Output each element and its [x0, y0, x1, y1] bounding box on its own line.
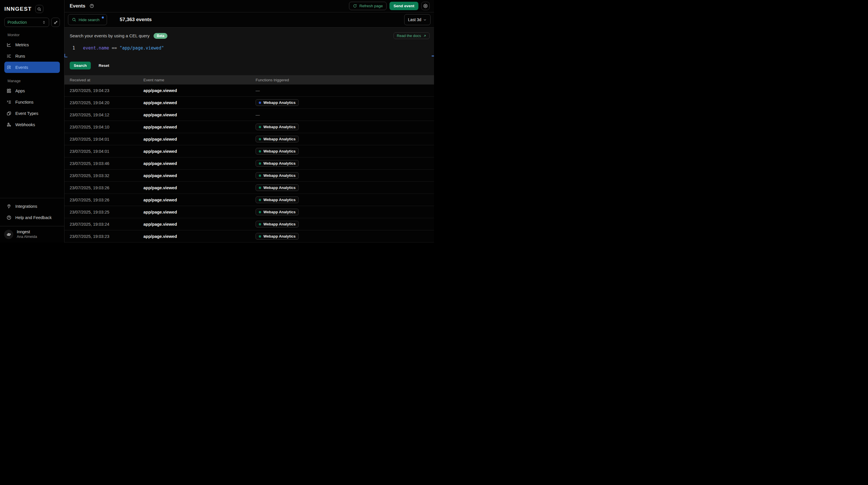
- search-button[interactable]: Search: [70, 62, 91, 69]
- table-row[interactable]: 23/07/2025, 19:04:10app/page.viewedWebap…: [64, 121, 434, 133]
- table-row[interactable]: 23/07/2025, 19:03:46app/page.viewedWebap…: [64, 158, 434, 170]
- editor-resize-handle-left[interactable]: [64, 54, 67, 57]
- code-operator: ==: [112, 46, 117, 51]
- received-at-cell: 23/07/2025, 19:04:01: [70, 137, 144, 142]
- sidebar-item-metrics[interactable]: Metrics: [4, 39, 60, 50]
- reset-button[interactable]: Reset: [99, 63, 109, 68]
- received-at-cell: 23/07/2025, 19:03:25: [70, 210, 144, 215]
- cel-query-editor[interactable]: 1 event.name == "app/page.viewed": [70, 46, 430, 59]
- functions-triggered-cell: Webapp Analytics: [256, 184, 434, 191]
- event-name-cell: app/page.viewed: [144, 186, 256, 190]
- sidebar-item-help-and-feedback[interactable]: Help and Feedback: [4, 212, 60, 223]
- refresh-page-button[interactable]: Refresh page: [349, 2, 386, 10]
- table-header: Received atEvent nameFunctions triggered: [64, 75, 434, 85]
- main-content: Events Refresh page Send event: [64, 0, 434, 242]
- sidebar-item-event-types[interactable]: Event Types: [4, 108, 60, 119]
- function-badge[interactable]: Webapp Analytics: [256, 184, 299, 191]
- no-functions-dash: —: [256, 88, 260, 93]
- apps-grid-icon: [6, 88, 11, 93]
- functions-triggered-cell: Webapp Analytics: [256, 123, 434, 130]
- table-row[interactable]: 23/07/2025, 19:03:26app/page.viewedWebap…: [64, 182, 434, 194]
- status-dot: [259, 162, 261, 165]
- environment-selector[interactable]: Production: [4, 18, 49, 27]
- received-at-cell: 23/07/2025, 19:04:20: [70, 101, 144, 105]
- chevron-down-icon: [423, 18, 427, 22]
- sidebar-item-functions[interactable]: Functions: [4, 96, 60, 108]
- sidebar-item-apps[interactable]: Apps: [4, 85, 60, 96]
- function-name: Webapp Analytics: [264, 210, 296, 214]
- table-row[interactable]: 23/07/2025, 19:03:25app/page.viewedWebap…: [64, 206, 434, 218]
- help-circle-icon[interactable]: [89, 3, 94, 8]
- function-badge[interactable]: Webapp Analytics: [256, 197, 299, 203]
- key-icon: [54, 20, 58, 25]
- received-at-cell: 23/07/2025, 19:03:26: [70, 186, 144, 190]
- function-badge[interactable]: Webapp Analytics: [256, 136, 299, 142]
- function-name: Webapp Analytics: [264, 173, 296, 178]
- editor-resize-handle-right[interactable]: [432, 56, 434, 56]
- table-row[interactable]: 23/07/2025, 19:03:26app/page.viewedWebap…: [64, 194, 434, 206]
- editor-line-number: 1: [70, 46, 78, 59]
- arrow-up-right-icon: [423, 34, 427, 38]
- function-badge[interactable]: Webapp Analytics: [256, 160, 299, 167]
- functions-triggered-cell: Webapp Analytics: [256, 136, 434, 142]
- table-row[interactable]: 23/07/2025, 19:04:01app/page.viewedWebap…: [64, 133, 434, 145]
- environment-name: Production: [7, 20, 27, 25]
- search-icon: [37, 7, 41, 11]
- table-row[interactable]: 23/07/2025, 19:03:32app/page.viewedWebap…: [64, 170, 434, 182]
- sidebar-item-integrations[interactable]: Integrations: [4, 201, 60, 212]
- event-name-cell: app/page.viewed: [144, 125, 256, 130]
- status-dot: [259, 174, 261, 177]
- event-name-cell: app/page.viewed: [144, 149, 256, 154]
- table-row[interactable]: 23/07/2025, 19:04:01app/page.viewedWebap…: [64, 145, 434, 158]
- received-at-cell: 23/07/2025, 19:04:23: [70, 88, 144, 93]
- column-header: Functions triggered: [256, 78, 434, 82]
- function-name: Webapp Analytics: [264, 161, 296, 166]
- event-name-cell: app/page.viewed: [144, 198, 256, 202]
- webhooks-icon: [6, 122, 11, 127]
- function-badge[interactable]: Webapp Analytics: [256, 233, 299, 239]
- table-row[interactable]: 23/07/2025, 19:03:23app/page.viewedWebap…: [64, 230, 434, 242]
- hide-search-button[interactable]: Hide search: [68, 14, 107, 25]
- event-keys-button[interactable]: [51, 18, 60, 27]
- time-range-value: Last 3d: [408, 17, 421, 22]
- table-row[interactable]: 23/07/2025, 19:04:12app/page.viewed—: [64, 109, 434, 121]
- send-event-button[interactable]: Send event: [390, 2, 418, 10]
- function-name: Webapp Analytics: [264, 186, 296, 190]
- read-docs-button[interactable]: Read the docs: [394, 32, 430, 39]
- event-search-icon: [6, 65, 11, 70]
- metrics-chart-icon: [6, 42, 11, 48]
- time-range-selector[interactable]: Last 3d: [404, 14, 431, 25]
- settings-button[interactable]: [421, 2, 430, 10]
- notification-dot: [102, 17, 104, 19]
- event-name-cell: app/page.viewed: [144, 173, 256, 178]
- profile[interactable]: Inngest Ana Almeida: [0, 226, 64, 242]
- read-docs-label: Read the docs: [397, 34, 421, 38]
- sidebar-item-label: Integrations: [15, 204, 37, 209]
- table-row[interactable]: 23/07/2025, 19:04:23app/page.viewed—: [64, 85, 434, 97]
- table-row[interactable]: 23/07/2025, 19:04:20app/page.viewedWebap…: [64, 97, 434, 109]
- query-panel-title: Search your events by using a CEL query: [70, 33, 150, 38]
- code-string: "app/page.viewed": [119, 46, 164, 51]
- event-name-cell: app/page.viewed: [144, 234, 256, 239]
- function-name: Webapp Analytics: [264, 125, 296, 129]
- sidebar-item-label: Runs: [15, 54, 25, 58]
- function-badge[interactable]: Webapp Analytics: [256, 209, 299, 215]
- function-badge[interactable]: Webapp Analytics: [256, 221, 299, 227]
- received-at-cell: 23/07/2025, 19:03:23: [70, 234, 144, 239]
- sidebar-item-runs[interactable]: Runs: [4, 50, 60, 62]
- sidebar-search-button[interactable]: [35, 5, 43, 13]
- function-badge[interactable]: Webapp Analytics: [256, 99, 299, 106]
- sidebar-item-webhooks[interactable]: Webhooks: [4, 119, 60, 130]
- table-body: 23/07/2025, 19:04:23app/page.viewed—23/0…: [64, 85, 434, 242]
- cel-query-code: event.name == "app/page.viewed": [78, 46, 164, 59]
- function-badge[interactable]: Webapp Analytics: [256, 172, 299, 179]
- status-dot: [259, 150, 261, 152]
- table-row[interactable]: 23/07/2025, 19:03:24app/page.viewedWebap…: [64, 218, 434, 230]
- inngest-mark-icon: [6, 232, 11, 237]
- function-badge[interactable]: Webapp Analytics: [256, 123, 299, 130]
- integrations-plug-icon: [6, 204, 11, 209]
- status-dot: [259, 223, 261, 225]
- sidebar-item-events[interactable]: Events: [4, 62, 60, 73]
- events-toolbar: Hide search 57,363 events Last 3d: [64, 12, 434, 28]
- function-badge[interactable]: Webapp Analytics: [256, 148, 299, 154]
